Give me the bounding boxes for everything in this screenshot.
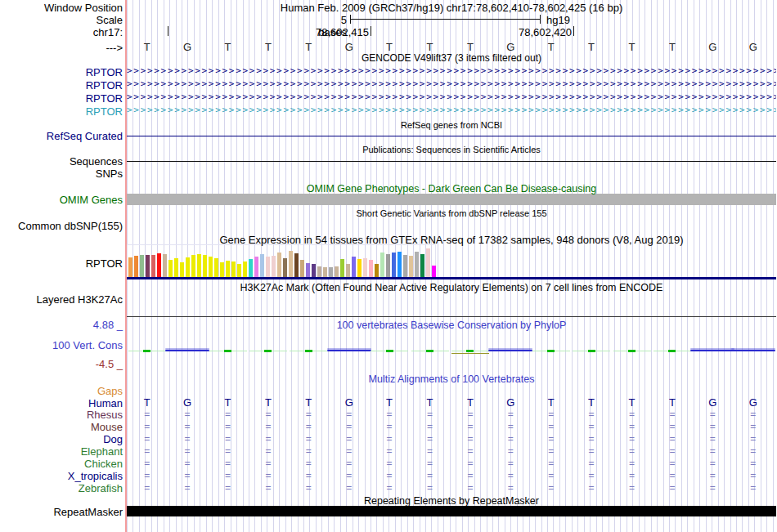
phylop-mark-green[interactable] [386, 350, 393, 352]
track-label-repeatmasker[interactable]: RepeatMasker [0, 506, 137, 518]
gtex-tissue-bar[interactable] [289, 251, 293, 277]
phylop-mark-blue[interactable] [165, 350, 209, 351]
phylop-mark-blue[interactable] [690, 350, 734, 351]
gtex-tissue-bar[interactable] [432, 266, 436, 277]
gene-label-rptor-1[interactable]: RPTOR [0, 66, 123, 78]
gtex-tissue-bar[interactable] [128, 257, 132, 277]
gtex-gene-model-bar[interactable] [127, 277, 776, 279]
gene-label-rptor-4[interactable]: RPTOR [0, 105, 123, 118]
multiz-species-label-elephant[interactable]: Elephant [0, 445, 123, 458]
gtex-tissue-bar[interactable] [340, 259, 344, 277]
gtex-tissue-bar[interactable] [397, 252, 402, 277]
phylop-mark-green[interactable] [628, 350, 636, 352]
multiz-human-label[interactable]: Human [0, 397, 123, 409]
phylop-mark-green[interactable] [305, 350, 312, 352]
gtex-tissue-bar[interactable] [140, 255, 144, 277]
gtex-tissue-bar[interactable] [329, 267, 333, 277]
publications-item-line[interactable] [127, 161, 776, 162]
gtex-tissue-bar[interactable] [409, 256, 413, 277]
gtex-tissue-bar[interactable] [220, 262, 224, 277]
gtex-tissue-bar[interactable] [157, 253, 161, 277]
gtex-tissue-bar[interactable] [197, 254, 201, 277]
gtex-tissue-bar[interactable] [231, 262, 236, 277]
gtex-tissue-bar[interactable] [403, 255, 407, 277]
gtex-tissue-bar[interactable] [317, 266, 321, 277]
phylop-mark-green[interactable] [547, 350, 555, 352]
gtex-gene-label[interactable]: RPTOR [0, 257, 123, 270]
gtex-tissue-bar[interactable] [346, 264, 350, 277]
gtex-tissue-bar[interactable] [260, 254, 264, 277]
track-label-snps[interactable]: SNPs [0, 168, 137, 180]
refseq-gene-line[interactable] [127, 136, 776, 136]
gtex-tissue-bar[interactable] [163, 254, 167, 277]
track-label-omim-genes[interactable]: OMIM Genes [0, 194, 139, 206]
repeatmasker-element-bar[interactable] [127, 506, 776, 516]
phylop-mark-green[interactable] [143, 350, 150, 352]
gtex-tissue-bar[interactable] [151, 255, 155, 277]
track-label-common-dbsnp[interactable]: Common dbSNP(155) [0, 220, 134, 232]
multiz-gaps-label[interactable]: Gaps [0, 385, 123, 397]
gtex-tissue-bar[interactable] [369, 260, 373, 277]
gtex-tissue-bar[interactable] [134, 256, 138, 277]
gtex-tissue-bar[interactable] [380, 253, 384, 277]
gtex-tissue-bar[interactable] [168, 260, 173, 277]
gtex-tissue-bar[interactable] [272, 256, 276, 277]
multiz-species-label-mouse[interactable]: Mouse [0, 421, 123, 433]
gtex-tissue-bar[interactable] [191, 255, 195, 277]
gtex-tissue-bar[interactable] [180, 262, 184, 277]
gtex-tissue-bar[interactable] [300, 260, 304, 277]
gtex-tissue-bar[interactable] [277, 253, 281, 277]
gtex-tissue-bar[interactable] [352, 257, 356, 277]
phylop-mark-green[interactable] [668, 350, 676, 352]
gtex-tissue-bar[interactable] [249, 259, 253, 277]
gtex-tissue-bar[interactable] [312, 264, 316, 277]
gene-label-rptor-2[interactable]: RPTOR [0, 79, 123, 92]
track-label-refseq-curated[interactable]: RefSeq Curated [0, 130, 137, 142]
gtex-tissue-bar[interactable] [214, 258, 218, 277]
gtex-tissue-bar[interactable] [209, 257, 213, 277]
gtex-tissue-bar[interactable] [226, 261, 230, 277]
gtex-tissue-bar[interactable] [306, 263, 310, 277]
gene-label-rptor-3[interactable]: RPTOR [0, 92, 123, 105]
phylop-mark-blue[interactable] [731, 350, 775, 351]
omim-gene-bar[interactable] [127, 194, 776, 205]
multiz-species-label-dog[interactable]: Dog [0, 433, 123, 445]
phylop-mark-green[interactable] [466, 350, 474, 352]
multiz-species-label-zebrafish[interactable]: Zebrafish [0, 482, 123, 494]
multiz-species-label-x_tropicalis[interactable]: X_tropicalis [0, 470, 123, 482]
gtex-tissue-bar[interactable] [186, 257, 190, 277]
gtex-tissue-bar[interactable] [174, 258, 178, 277]
gtex-tissue-bar[interactable] [392, 253, 396, 277]
gtex-tissue-bar[interactable] [243, 262, 247, 277]
multiz-species-label-rhesus[interactable]: Rhesus [0, 409, 123, 421]
gtex-tissue-bar[interactable] [426, 248, 430, 277]
track-label-sequences[interactable]: Sequences [0, 155, 137, 168]
gtex-tissue-bar[interactable] [266, 257, 270, 277]
gtex-tissue-bar[interactable] [415, 252, 419, 277]
gtex-tissue-bar[interactable] [375, 264, 379, 277]
phylop-mark-khaki[interactable] [451, 353, 489, 354]
gtex-tissue-bar[interactable] [363, 258, 367, 277]
gtex-tissue-bar[interactable] [283, 258, 287, 277]
gene-exon-arrows[interactable]: >>>>>>>>>>>>>>>>>>>>>>>>>>>>>>>>>>>>>>>>… [127, 92, 776, 103]
gtex-tissue-bar[interactable] [237, 264, 241, 277]
gtex-tissue-bar[interactable] [420, 254, 424, 277]
gtex-tissue-bar[interactable] [294, 253, 299, 277]
gtex-tissue-bar[interactable] [203, 255, 207, 277]
gene-exon-arrows[interactable]: >>>>>>>>>>>>>>>>>>>>>>>>>>>>>>>>>>>>>>>>… [127, 78, 776, 90]
phylop-mark-green[interactable] [264, 350, 272, 352]
multiz-species-label-chicken[interactable]: Chicken [0, 458, 123, 470]
gtex-tissue-bar[interactable] [146, 255, 150, 277]
track-label-layered-h3k27ac[interactable]: Layered H3K27Ac [0, 293, 159, 306]
gtex-tissue-bar[interactable] [335, 266, 339, 277]
gene-exon-arrows[interactable]: >>>>>>>>>>>>>>>>>>>>>>>>>>>>>>>>>>>>>>>>… [127, 105, 776, 116]
phylop-mark-blue[interactable] [488, 350, 532, 351]
gtex-tissue-bar[interactable] [386, 254, 390, 277]
phylop-mark-green[interactable] [426, 350, 433, 352]
gtex-tissue-bar[interactable] [357, 259, 362, 277]
phylop-mark-green[interactable] [224, 350, 231, 352]
gtex-tissue-bar[interactable] [323, 267, 327, 277]
gtex-tissue-bar[interactable] [254, 257, 258, 277]
gene-exon-arrows[interactable]: >>>>>>>>>>>>>>>>>>>>>>>>>>>>>>>>>>>>>>>>… [127, 65, 776, 77]
phylop-mark-blue[interactable] [327, 350, 371, 351]
